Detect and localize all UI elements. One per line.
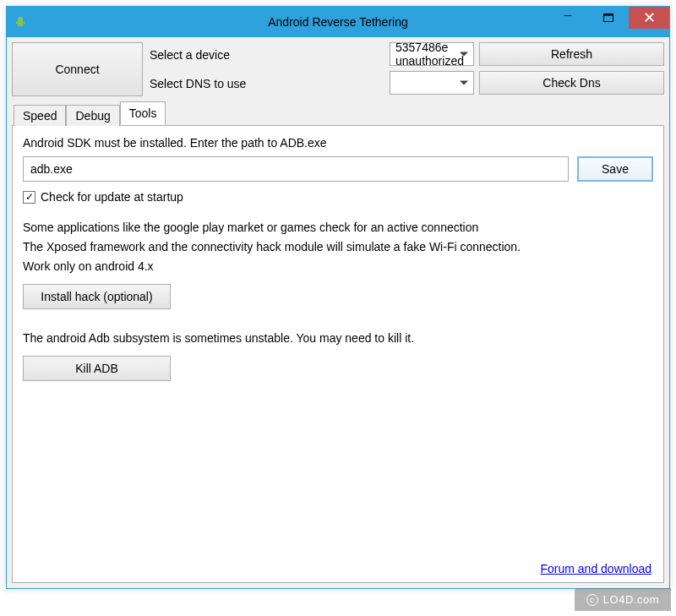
sdk-hint: Android SDK must be installed. Enter the…	[23, 136, 653, 150]
watermark-text: LO4D.com	[603, 593, 659, 606]
kill-hint: The android Adb subsystem is sometimes u…	[23, 330, 653, 347]
device-label: Select a device	[148, 42, 384, 68]
adb-path-input[interactable]: adb.exe	[23, 156, 569, 182]
tab-tools[interactable]: Tools	[120, 101, 166, 125]
client-area: Select a device 5357486e unauthorized Re…	[7, 37, 669, 588]
connect-button[interactable]: Connect	[12, 42, 143, 96]
check-dns-button[interactable]: Check Dns	[479, 71, 664, 95]
android-icon	[14, 15, 27, 29]
check-update-row: ✓ Check for update at startup	[23, 190, 653, 204]
close-button[interactable]: ✕	[629, 7, 669, 29]
tab-strip: Speed Debug Tools	[12, 101, 664, 125]
maximize-button[interactable]	[588, 7, 629, 29]
title-bar[interactable]: Android Reverse Tethering ✕	[7, 7, 669, 37]
save-button[interactable]: Save	[577, 156, 653, 182]
dns-select[interactable]	[390, 71, 474, 95]
connection-panel: Select a device 5357486e unauthorized Re…	[12, 42, 664, 96]
install-hack-button[interactable]: Install hack (optional)	[23, 284, 171, 309]
check-update-checkbox[interactable]: ✓	[23, 191, 35, 204]
info-line-3: Work only on android 4.x	[23, 258, 653, 275]
tab-debug[interactable]: Debug	[66, 105, 119, 126]
minimize-button[interactable]	[548, 7, 588, 29]
app-window: Android Reverse Tethering ✕ Select a dev…	[6, 6, 670, 589]
adb-path-row: adb.exe Save	[23, 156, 653, 182]
adb-path-value: adb.exe	[30, 162, 73, 176]
tab-body-tools: Android SDK must be installed. Enter the…	[12, 125, 664, 583]
copyright-icon: c	[586, 594, 598, 606]
tab-speed[interactable]: Speed	[14, 105, 66, 126]
info-line-2: The Xposed framework and the connectivit…	[23, 238, 653, 256]
window-controls: ✕	[548, 7, 669, 37]
chevron-down-icon	[460, 81, 468, 85]
refresh-button[interactable]: Refresh	[479, 42, 664, 66]
device-select-value: 5357486e unauthorized	[395, 41, 468, 68]
dns-label: Select DNS to use	[148, 71, 384, 96]
svg-rect-1	[18, 21, 23, 26]
chevron-down-icon	[460, 52, 468, 57]
check-update-label: Check for update at startup	[41, 190, 183, 204]
svg-rect-3	[24, 21, 25, 25]
forum-link[interactable]: Forum and download	[540, 562, 651, 575]
info-line-1: Some applications like the google play m…	[23, 219, 653, 237]
watermark: c LO4D.com	[575, 588, 671, 611]
kill-adb-button[interactable]: Kill ADB	[23, 356, 171, 381]
device-select[interactable]: 5357486e unauthorized	[390, 42, 474, 66]
svg-rect-2	[16, 21, 18, 25]
